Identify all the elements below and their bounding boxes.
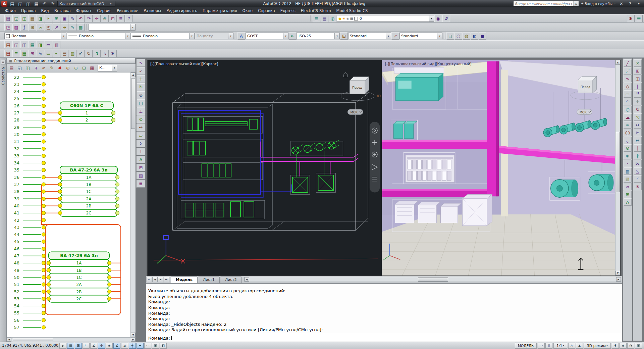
connection-pin[interactable] bbox=[42, 104, 46, 108]
copy-object-button[interactable]: ⊞ bbox=[634, 67, 642, 74]
tab-лист2[interactable]: Лист2 bbox=[220, 277, 242, 283]
dwg-new-button[interactable]: ▤ bbox=[4, 41, 12, 48]
chevron-down-icon[interactable]: ▾ bbox=[112, 65, 117, 71]
connection-pin[interactable] bbox=[42, 97, 46, 100]
connection-pin[interactable] bbox=[42, 276, 46, 279]
pin-label[interactable]: 1 bbox=[86, 111, 88, 115]
help-button[interactable]: ? bbox=[626, 0, 634, 7]
connection-pin[interactable] bbox=[42, 126, 46, 129]
hyperlink-button[interactable]: ∞ bbox=[37, 23, 44, 31]
pin-terminal-right[interactable] bbox=[108, 268, 111, 272]
exchange-apps-button[interactable]: ✕ bbox=[618, 0, 625, 7]
break-button[interactable]: ∦ bbox=[634, 152, 642, 159]
polygon-button[interactable]: ◇ bbox=[624, 83, 632, 90]
undo-button[interactable]: ↶ bbox=[77, 15, 85, 22]
connection-pin[interactable] bbox=[42, 304, 46, 308]
viewcube-front-label[interactable]: Перед bbox=[352, 86, 362, 89]
model-space-button[interactable]: МОДЕЛЬ bbox=[515, 343, 537, 349]
box-wire-button[interactable]: ◻ bbox=[446, 32, 454, 40]
array-button[interactable]: ⠿ bbox=[634, 90, 642, 98]
connection-pin[interactable] bbox=[42, 154, 46, 158]
sphere-hidden-button[interactable]: ◍ bbox=[463, 32, 470, 40]
chevron-down-icon[interactable]: ▾ bbox=[283, 33, 288, 39]
sphere-realistic-button[interactable]: ● bbox=[479, 32, 486, 40]
chevron-down-icon[interactable]: ▾ bbox=[334, 33, 339, 39]
area-measure-button[interactable]: ▱ bbox=[137, 132, 145, 139]
connection-pin[interactable] bbox=[42, 290, 46, 294]
layer-combo[interactable]: ● ☀ ◈ ▦ 0 ▾ bbox=[337, 15, 434, 22]
move-button[interactable]: ✛ bbox=[634, 98, 642, 105]
zoom-window-button[interactable]: ⊡ bbox=[109, 15, 117, 22]
plot-preview-button[interactable]: ◨ bbox=[37, 15, 44, 22]
connection-pin[interactable] bbox=[42, 83, 46, 86]
search-input[interactable] bbox=[514, 2, 573, 6]
save-button[interactable]: ◫ bbox=[24, 0, 32, 7]
pin-terminal-left[interactable] bbox=[58, 118, 62, 122]
menu-правка[interactable]: Правка bbox=[19, 8, 38, 14]
ducs-toggle[interactable]: ⊿ bbox=[121, 343, 128, 349]
scroll-down-icon[interactable]: ▼ bbox=[131, 333, 136, 337]
multiline-text-button[interactable]: A bbox=[624, 198, 632, 206]
connection-editor-button[interactable]: ⌁ bbox=[53, 50, 60, 57]
pin-label[interactable]: 1С bbox=[76, 275, 82, 280]
ucs-selector[interactable]: МСК bbox=[577, 109, 592, 115]
quick-view-drawings-button[interactable]: ▯ bbox=[545, 343, 552, 349]
page-setup-button[interactable]: ▭ bbox=[45, 41, 52, 48]
pin-terminal-left[interactable] bbox=[58, 176, 62, 179]
settings-button[interactable]: ✱ bbox=[109, 50, 117, 57]
scroll-up-icon[interactable]: ▲ bbox=[131, 72, 136, 77]
fillet-button[interactable]: ◜ bbox=[634, 175, 642, 183]
chevron-down-icon[interactable]: ▾ bbox=[130, 24, 135, 30]
connection-pin[interactable] bbox=[42, 168, 46, 172]
viewport-label[interactable]: [-][Пользовательский вид][Каркас] bbox=[150, 62, 218, 66]
toolbar-grip[interactable] bbox=[2, 24, 3, 30]
join-button[interactable]: ⋈ bbox=[634, 160, 642, 167]
ortho-toggle[interactable]: ∟ bbox=[83, 343, 90, 349]
3dosnap-toggle[interactable]: ◈ bbox=[106, 343, 113, 349]
palette-hscrollbar[interactable]: ◀ ▶ bbox=[7, 337, 136, 342]
hatch-button[interactable]: ▨ bbox=[624, 167, 632, 175]
table-style-combo[interactable]: Standard ▾ bbox=[348, 33, 391, 39]
pin-label[interactable]: 2С bbox=[86, 211, 91, 215]
circle-button[interactable]: ○ bbox=[624, 106, 632, 113]
external-reference-button[interactable]: ↗ bbox=[53, 23, 60, 31]
menu-model-studio-cs[interactable]: Model Studio CS bbox=[334, 8, 370, 14]
connection-pin[interactable] bbox=[42, 111, 46, 115]
mirror-button[interactable]: ◫ bbox=[634, 75, 642, 82]
rotate-button[interactable]: ↻ bbox=[634, 106, 642, 113]
sphere-shaded-button[interactable]: ◐ bbox=[471, 32, 478, 40]
properties-button[interactable]: ≣ bbox=[117, 15, 125, 22]
command-history[interactable]: Укажите объекты для добавления в редакто… bbox=[146, 284, 622, 334]
undo-button[interactable]: ↶ bbox=[41, 0, 48, 7]
chevron-down-icon[interactable]: ▾ bbox=[437, 33, 442, 39]
zoom-extents-v-button[interactable]: ⊕ bbox=[137, 91, 145, 99]
print-scheme-button[interactable]: ▦ bbox=[88, 64, 96, 72]
save-button[interactable]: ◫ bbox=[20, 15, 28, 22]
new-connection-button[interactable]: ▤ bbox=[8, 64, 15, 72]
connection-schematic-canvas[interactable]: 2223242526272829303132333435363738394041… bbox=[7, 72, 130, 337]
ellipse-button[interactable]: ◯ bbox=[624, 129, 632, 136]
plotter-manager-button[interactable]: ▥ bbox=[53, 41, 60, 48]
image-attach-button[interactable]: ▧ bbox=[12, 23, 20, 31]
new-button[interactable]: ▤ bbox=[4, 15, 12, 22]
connection-pin[interactable] bbox=[42, 240, 46, 243]
viewport-label[interactable]: [-][Пользовательский вид][Концептуальный… bbox=[385, 62, 472, 66]
point-button[interactable]: · bbox=[624, 160, 632, 167]
otrack-toggle[interactable]: ∡ bbox=[113, 343, 120, 349]
pin-terminal-left[interactable] bbox=[58, 197, 62, 201]
dwf-attach-button[interactable]: ◳ bbox=[4, 23, 12, 31]
search-icon[interactable]: ⊙ bbox=[573, 1, 579, 6]
palette-filter-combo[interactable]: К... ▾ bbox=[98, 65, 117, 71]
quick-select-button[interactable]: ✓ bbox=[137, 67, 145, 75]
pin-terminal-right[interactable] bbox=[108, 297, 111, 301]
pin-terminal-right[interactable] bbox=[112, 118, 115, 122]
connection-pin[interactable] bbox=[42, 211, 46, 215]
osnap-toggle[interactable]: ⊙ bbox=[98, 343, 105, 349]
clean-screen-button[interactable]: ▣ bbox=[635, 343, 642, 349]
compass-south-label[interactable]: Ю bbox=[377, 94, 381, 98]
pan-view-button[interactable]: ✛ bbox=[137, 75, 145, 83]
annotation-visibility-button[interactable]: △ bbox=[568, 343, 575, 349]
chamfer-button[interactable]: ◺ bbox=[634, 167, 642, 175]
palette-titlebar[interactable]: ▦ Редактирование соединений bbox=[7, 58, 136, 64]
gradient-button[interactable]: ▧ bbox=[624, 175, 632, 183]
